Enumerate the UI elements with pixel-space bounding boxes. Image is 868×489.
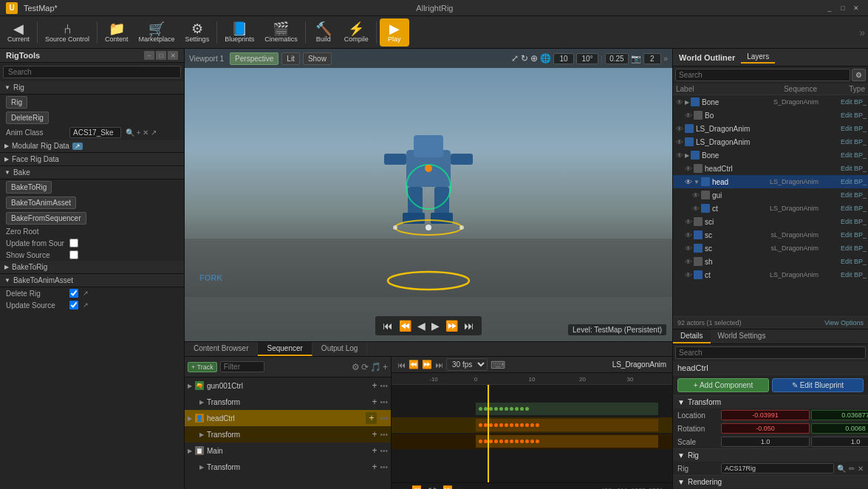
outliner-search-input[interactable]	[675, 69, 850, 81]
vc-forward-btn[interactable]: ⏭	[462, 318, 476, 333]
tab-output-log[interactable]: Output Log	[312, 342, 367, 356]
gun-ellipsis-icon[interactable]: •••	[380, 382, 388, 390]
vc-back-btn[interactable]: ⏮	[381, 318, 394, 333]
seq-bottom-icon4[interactable]: ▶	[434, 485, 440, 489]
bake-to-rig-button[interactable]: BakeToRig	[6, 181, 52, 194]
outliner-item-sc1[interactable]: 👁 sc sL_DragonAnim Edit BP_	[673, 228, 868, 242]
track-transform-head[interactable]: ▶ Transform + •••	[185, 426, 391, 442]
tfm-head-ellipsis[interactable]: •••	[380, 431, 388, 439]
tfm-main-ellipsis[interactable]: •••	[380, 463, 388, 471]
vp-camera-icon[interactable]: 📷	[631, 54, 641, 64]
bake-to-rig-sub-header[interactable]: ▶ BakeToRig	[0, 261, 184, 274]
vc-play-btn[interactable]: ▶	[430, 318, 441, 333]
track-main[interactable]: ▶ 📋 Main + •••	[185, 442, 391, 459]
outliner-item-ls2[interactable]: 👁 LS_DragonAnim Edit BP_	[673, 135, 868, 148]
left-search-input[interactable]	[3, 66, 181, 78]
transform-header[interactable]: ▼ Transform	[673, 396, 868, 408]
outliner-settings-btn[interactable]: ⚙	[852, 69, 866, 81]
bake-from-seq-button[interactable]: BakeFromSequencer	[6, 212, 86, 225]
left-panel-close[interactable]: ✕	[168, 51, 178, 60]
close-btn[interactable]: ✕	[850, 3, 862, 13]
vp-icon-world[interactable]: 🌐	[540, 53, 551, 64]
vp-icon-scale[interactable]: ⊕	[530, 53, 538, 64]
outliner-item-ct[interactable]: 👁 ct LS_DragonAnim Edit BP_	[673, 202, 868, 215]
toolbar-btn-content[interactable]: 📁 Content	[100, 18, 133, 47]
seq-bottom-icon1[interactable]: ⏮	[400, 486, 409, 490]
delete-rig-button[interactable]: DeleteRig	[6, 112, 49, 124]
rig-section-header[interactable]: ▼ Rig	[0, 81, 184, 95]
toolbar-btn-current[interactable]: ◀ Current	[3, 18, 34, 47]
rig-button[interactable]: Rig	[6, 96, 27, 109]
left-panel-min[interactable]: −	[144, 51, 154, 60]
toolbar-btn-cinematics[interactable]: 🎬 Cinematics	[260, 18, 302, 47]
update-from-source-checkbox[interactable]	[69, 239, 78, 247]
rotation-y[interactable]	[811, 423, 868, 434]
vp-more-icon[interactable]: »	[663, 54, 668, 63]
toolbar-btn-source[interactable]: ⑃ Source Control	[41, 18, 94, 47]
lit-btn[interactable]: Lit	[281, 52, 300, 65]
rig-search-icon[interactable]: 🔍	[837, 465, 846, 473]
delete-rig-checkbox[interactable]	[69, 289, 78, 298]
show-btn[interactable]: Show	[303, 52, 332, 65]
viewport[interactable]: Viewport 1 Perspective Lit Show ⤢ ↻ ⊕ 🌐 …	[185, 49, 672, 341]
seq-bottom-icon5[interactable]: ⏩	[442, 485, 453, 489]
seq-bottom-icon6[interactable]: ⏭	[456, 486, 464, 490]
angle-input[interactable]	[576, 53, 598, 64]
seq-key-icon[interactable]: ⌨	[491, 359, 505, 371]
seq-bottom-icon3[interactable]: ◀	[425, 485, 431, 489]
filter-input[interactable]	[220, 361, 264, 372]
seq-ctrl-icon2[interactable]: ⏪	[409, 360, 419, 369]
add-track-btn[interactable]: + Track	[188, 362, 217, 372]
rendering-header[interactable]: ▼ Rendering	[673, 476, 868, 488]
maximize-btn[interactable]: □	[837, 3, 849, 13]
scale-input[interactable]	[605, 53, 629, 64]
view-options-btn[interactable]: View Options	[824, 319, 864, 326]
bake-section-header[interactable]: ▼ Bake	[0, 166, 184, 179]
modular-rig-header[interactable]: ▶ Modular Rig Data ↗	[0, 140, 184, 153]
track-transform-gun[interactable]: ▶ Transform + •••	[185, 394, 391, 410]
seq-icon3[interactable]: 🎵	[370, 362, 381, 372]
seq-icon1[interactable]: ⚙	[352, 362, 360, 372]
toolbar-more-btn[interactable]: »	[859, 27, 865, 38]
rotation-x[interactable]	[721, 423, 810, 434]
outliner-item-ls1[interactable]: 👁 LS_DragonAnim Edit BP_	[673, 122, 868, 135]
seq-icon4[interactable]: +	[383, 362, 388, 372]
track-transform-main[interactable]: ▶ Transform + •••	[185, 459, 391, 475]
main-ellipsis[interactable]: •••	[380, 447, 388, 455]
location-y[interactable]	[811, 410, 868, 420]
bake-to-anim-button[interactable]: BakeToAnimAsset	[6, 196, 76, 209]
outliner-item-sci[interactable]: 👁 sci Edit BP_	[673, 215, 868, 228]
rig-clear-icon[interactable]: ✕	[858, 465, 864, 473]
tab-content-browser[interactable]: Content Browser	[185, 342, 258, 356]
fps-selector[interactable]: 30 fps 24 fps 60 fps	[446, 358, 488, 371]
rig-value-input[interactable]	[721, 463, 834, 473]
outliner-item-bone1[interactable]: 👁 ▶ Bone S_DragonAnim Edit BP_	[673, 95, 868, 109]
tab-sequencer[interactable]: Sequencer	[258, 342, 312, 356]
seq-ctrl-icon4[interactable]: ⏭	[435, 360, 443, 369]
outliner-item-head-selected[interactable]: 👁 ▼ head LS_DragonAnim Edit BP_	[673, 175, 868, 188]
track-headctrl[interactable]: ▶ 👤 headCtrl + •••	[185, 410, 391, 426]
toolbar-btn-compile[interactable]: ⚡ Compile	[340, 18, 373, 47]
outliner-item-bone2[interactable]: 👁 ▶ Bone Edit BP_	[673, 148, 868, 162]
gun-add-icon[interactable]: +	[372, 380, 377, 391]
world-settings-tab[interactable]: World Settings	[711, 329, 773, 343]
vp-icon-translate[interactable]: ⤢	[511, 53, 519, 64]
face-rig-header[interactable]: ▶ Face Rig Data	[0, 153, 184, 166]
edit-blueprint-btn[interactable]: ✎ Edit Blueprint	[772, 378, 864, 392]
details-tab-active[interactable]: Details	[673, 329, 711, 343]
tfm-gun-add-icon[interactable]: +	[372, 397, 377, 407]
details-search-input[interactable]	[675, 346, 866, 359]
outliner-item-gui[interactable]: 👁 gui Edit BP_	[673, 188, 868, 202]
tfm-gun-ellipsis[interactable]: •••	[380, 398, 388, 406]
tfm-main-add-icon[interactable]: +	[372, 462, 377, 472]
location-x[interactable]	[721, 410, 810, 420]
outliner-item-ct2[interactable]: 👁 ct LS_DragonAnim Edit BP_	[673, 268, 868, 281]
vc-next-frame-btn[interactable]: ⏩	[444, 318, 459, 333]
scale-x[interactable]	[721, 437, 810, 447]
playhead[interactable]	[488, 385, 489, 482]
bake-to-anim-sub-header[interactable]: ▼ BakeToAnimAsset	[0, 274, 184, 287]
head-add-icon[interactable]: +	[366, 412, 377, 424]
seq-bottom-icon2[interactable]: ⏪	[411, 485, 422, 489]
anim-class-input[interactable]	[69, 127, 121, 138]
head-ellipsis[interactable]: •••	[380, 414, 388, 423]
